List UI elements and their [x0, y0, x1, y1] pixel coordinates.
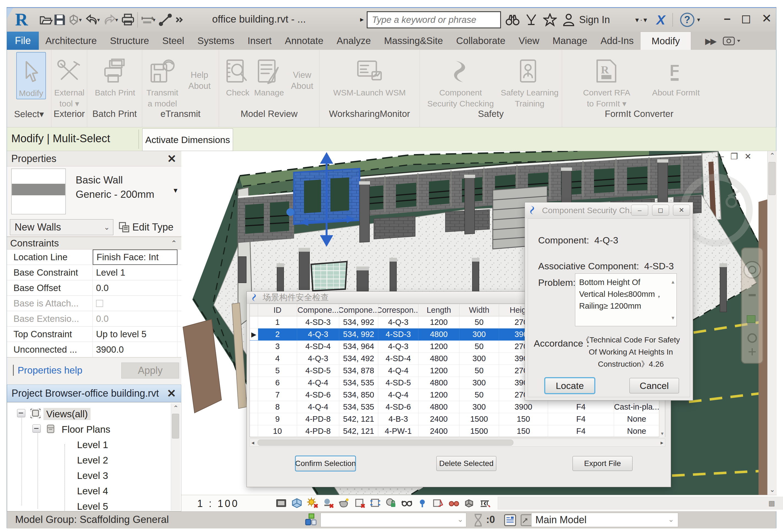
tab-steel[interactable]: Steel — [156, 32, 191, 50]
table-cell[interactable]: 4-Q-4 — [297, 377, 339, 389]
tree-collapse-icon[interactable] — [17, 409, 25, 417]
scrollbar-thumb[interactable] — [257, 440, 513, 446]
table-cell[interactable]: 4-Q-4 — [378, 389, 418, 401]
table-cell[interactable]: 8 — [258, 401, 297, 413]
tab-modify[interactable]: Modify — [640, 32, 691, 50]
checkbox[interactable] — [96, 300, 103, 307]
table-cell[interactable]: 4-Q-3 — [378, 316, 418, 328]
table-cell[interactable]: 1200 — [418, 341, 460, 353]
view-minimize-icon[interactable]: — — [716, 152, 724, 161]
table-cell[interactable]: 300 — [460, 401, 499, 413]
tree-item-level-4[interactable]: Level 4 — [74, 483, 181, 499]
tree-item-views-all-[interactable]: Views(all) — [43, 406, 181, 422]
properties-help-link[interactable]: Properties help — [13, 365, 82, 376]
view-restore-icon[interactable]: ❐ — [730, 152, 738, 161]
table-cell[interactable]: F4 — [548, 425, 614, 437]
ribbon-button-view-about[interactable]: ViewAbout — [286, 52, 318, 92]
apply-button[interactable]: Apply — [121, 363, 179, 378]
autodesk-exchange-icon[interactable]: X — [656, 12, 665, 28]
table-cell[interactable]: None — [614, 413, 659, 425]
table-cell[interactable]: 1200 — [418, 365, 460, 377]
table-cell[interactable]: 4-PW-1 — [378, 425, 418, 437]
filter-dropdown[interactable]: New Walls⌄ — [10, 219, 113, 235]
table-cell[interactable]: 5 — [258, 365, 297, 377]
viewport-vertical-scrollbar[interactable]: ⌃ ⌄ — [767, 151, 777, 495]
table-cell[interactable]: 2400 — [418, 425, 460, 437]
panel-label[interactable]: Batch Print — [87, 108, 142, 121]
communication-center-icon[interactable] — [524, 12, 538, 28]
favorites-star-icon[interactable] — [543, 12, 557, 28]
ribbon-button-help-about[interactable]: HelpAbout — [181, 52, 218, 92]
table-cell[interactable]: 534, 964 — [339, 341, 378, 353]
property-value[interactable]: Finish Face: Int — [93, 250, 178, 265]
worksets-icon[interactable] — [304, 512, 319, 528]
aligned-dimension-icon[interactable] — [140, 12, 154, 28]
scroll-down-icon[interactable]: ⌄ — [768, 485, 777, 495]
panel-label[interactable]: Safety — [420, 108, 562, 121]
table-cell[interactable]: 4-SD-6 — [378, 401, 418, 413]
table-cell[interactable]: 300 — [460, 377, 499, 389]
ribbon-button-batch-print[interactable]: Batch Print — [91, 52, 139, 98]
tree-item-level-2[interactable]: Level 2 — [74, 452, 181, 468]
cancel-button[interactable]: Cancel — [629, 378, 679, 394]
ribbon-button-about-formit[interactable]: FAbout FormIt — [643, 52, 710, 98]
table-column-header[interactable]: Length — [418, 304, 460, 316]
ribbon-button-modify[interactable]: Modify — [16, 52, 46, 99]
properties-close-icon[interactable]: ✕ — [167, 152, 176, 165]
ribbon-button-safety-learning-training[interactable]: Safety LearningTraining — [496, 52, 563, 109]
table-cell[interactable]: 1500 — [460, 425, 499, 437]
table-cell[interactable]: F4 — [548, 413, 614, 425]
table-cell[interactable]: 2400 — [418, 413, 460, 425]
table-cell[interactable]: 4-B-3 — [378, 413, 418, 425]
scrollbar-thumb[interactable] — [769, 162, 776, 195]
table-cell[interactable]: 1200 — [418, 316, 460, 328]
scroll-up-icon[interactable]: ▴ — [671, 276, 674, 288]
sign-in-button[interactable]: Sign In — [579, 14, 610, 26]
table-column-header[interactable]: Correspon... — [378, 304, 418, 316]
table-cell[interactable]: 4-SD-3 — [297, 316, 339, 328]
table-cell[interactable]: 534, 492 — [339, 353, 378, 365]
property-value[interactable]: Up to level 5 — [93, 326, 178, 342]
delete-selected-button[interactable]: Delete Selected — [436, 456, 496, 471]
tab-architecture[interactable]: Architecture — [39, 32, 103, 50]
tab-manage[interactable]: Manage — [546, 32, 594, 50]
table-cell[interactable]: 150 — [499, 413, 548, 425]
type-selector[interactable]: Basic WallGeneric - 200mm ▾ — [7, 166, 181, 218]
table-cell[interactable]: 300 — [460, 353, 499, 365]
scroll-down-icon[interactable]: ▾ — [659, 431, 665, 437]
analytical-icon[interactable] — [447, 497, 460, 509]
property-value[interactable]: 3900.0 — [93, 342, 178, 357]
sign-in-person-icon[interactable] — [562, 12, 576, 28]
table-cell[interactable]: 534, 535 — [339, 377, 378, 389]
crop-region-icon[interactable] — [369, 497, 382, 509]
table-cell[interactable]: 150 — [499, 425, 548, 437]
design-options-icon[interactable] — [504, 514, 516, 527]
scroll-up-icon[interactable]: ⌃ — [768, 151, 777, 161]
view-close-icon[interactable]: ✕ — [745, 152, 751, 161]
search-binoculars-icon[interactable] — [505, 12, 520, 28]
panel-label[interactable]: eTransmit — [142, 108, 219, 121]
help-dropdown-icon[interactable]: ▾ — [697, 16, 700, 23]
security-dialog-titlebar[interactable]: Component Security Ch... – ◻ ✕ — [525, 202, 693, 218]
panel-label[interactable]: Exterior — [52, 108, 87, 121]
help-icon[interactable]: ? — [680, 13, 694, 27]
visual-style-icon[interactable] — [290, 497, 303, 509]
property-value[interactable]: Level 1 — [93, 265, 178, 280]
table-cell[interactable]: None — [614, 425, 659, 437]
table-cell[interactable]: 300 — [460, 328, 499, 341]
activate-dimensions-button[interactable]: Activate Dimensions — [142, 128, 233, 151]
tree-item-level-3[interactable]: Level 3 — [74, 468, 181, 483]
maximize-button[interactable]: ◻ — [741, 12, 751, 25]
confirm-selection-button[interactable]: Confirm Selection — [295, 456, 355, 471]
table-cell[interactable]: 4800 — [418, 401, 460, 413]
table-cell[interactable]: 4-Q-3 — [378, 341, 418, 353]
table-column-header[interactable]: Compone... — [297, 304, 339, 316]
table-horizontal-scrollbar[interactable]: ◂ ▸ — [250, 438, 665, 447]
dialog-minimize-button[interactable]: – — [631, 205, 648, 216]
save-icon[interactable] — [53, 12, 66, 28]
locate-button[interactable]: Locate — [545, 378, 595, 394]
view-size-icon[interactable] — [275, 497, 287, 509]
table-cell[interactable]: 534, 992 — [339, 328, 378, 341]
tree-scrollbar[interactable]: ⌃ — [171, 403, 180, 510]
panel-label[interactable]: FormIt Converter — [562, 108, 716, 121]
